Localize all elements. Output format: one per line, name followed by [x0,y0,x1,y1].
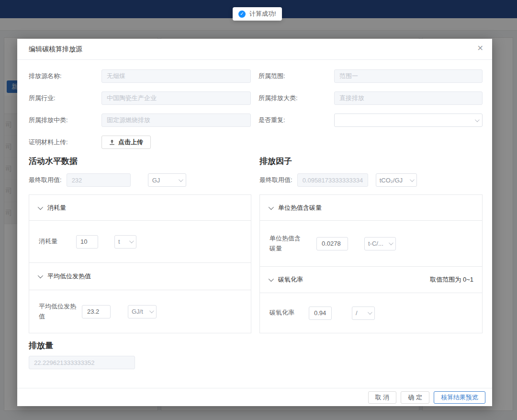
carbon-content-row-label: 单位热值含碳量 [270,234,304,254]
consumption-panel-content: 消耗量 t [29,221,251,263]
chevron-down-icon [149,308,154,313]
activity-final-label: 最终取用值: [29,176,62,184]
chevron-down-icon [129,238,134,243]
success-toast: ✓ 计算成功! [233,7,282,21]
activity-final-row: 最终取用值: GJ [29,173,251,187]
oxidation-rate-unit-select[interactable]: / [352,306,375,320]
consumption-unit-select[interactable]: t [114,235,136,249]
field-upload: 证明材料上传: 点击上传 [29,136,251,149]
heat-value-panel-title: 平均低位发热值 [47,272,91,281]
heat-value-input[interactable] [82,305,111,318]
carbon-content-unit-select[interactable]: t-C/... [364,237,396,250]
form-row: 所属排放中类: 是否重复: [29,114,483,127]
factor-final-unit-select[interactable]: tCO₂/GJ [376,173,417,187]
dialog-body: 排放源名称: 所属范围: 所属行业: 所属排放大类: 所属排放中类: [17,60,492,369]
industry-label: 所属行业: [29,94,101,102]
heat-value-row-label: 平均低位发热值 [39,302,76,322]
activity-section-title: 活动水平数据 [29,156,251,167]
emission-section-title: 排放量 [29,340,483,351]
heat-value-panel-header[interactable]: 平均低位发热值 [29,263,251,290]
close-icon[interactable]: ✕ [477,45,483,52]
oxidation-rate-range-note: 取值范围为 0~1 [430,275,473,284]
industry-input[interactable] [101,91,251,105]
activity-final-unit-select[interactable]: GJ [148,173,186,187]
carbon-content-panel-header[interactable]: 单位热值含碳量 [260,195,482,221]
upload-button-label: 点击上传 [118,138,143,147]
emission-value-input[interactable] [29,356,135,369]
activity-section: 活动水平数据 最终取用值: GJ 消耗量 消耗量 [29,156,251,333]
oxidation-rate-row-label: 碳氧化率 [270,308,304,318]
chevron-down-icon [410,177,415,182]
activity-final-unit-value: GJ [152,177,160,184]
chevron-down-icon [38,273,43,278]
chevron-down-icon [475,117,480,122]
dialog-title: 编辑碳核算排放源 [29,45,82,54]
toast-message: 计算成功! [249,10,276,18]
form-row: 证明材料上传: 点击上传 [29,136,483,149]
calc-sections: 活动水平数据 最终取用值: GJ 消耗量 消耗量 [29,156,483,333]
chevron-down-icon [38,204,43,209]
carbon-content-unit-value: t-C/... [368,240,383,247]
oxidation-rate-panel-content: 碳氧化率 / [260,293,482,333]
field-major-category: 所属排放大类: [258,91,483,105]
consumption-unit-value: t [118,238,120,245]
upload-label: 证明材料上传: [29,138,101,147]
oxidation-rate-panel-title: 碳氧化率 [278,275,303,284]
upload-field-area: 点击上传 [101,136,251,149]
heat-value-unit-value: GJ/t [132,308,143,315]
upload-icon [109,139,115,146]
consumption-panel-header[interactable]: 消耗量 [29,195,251,221]
confirm-button[interactable]: 确 定 [401,391,429,404]
heat-value-unit-select[interactable]: GJ/t [128,305,157,318]
mid-category-label: 所属排放中类: [29,116,101,125]
chevron-down-icon [368,310,372,315]
factor-final-value-input[interactable] [297,173,368,187]
field-is-duplicate: 是否重复: [258,114,483,127]
scope-label: 所属范围: [258,72,334,80]
field-source-name: 排放源名称: [29,69,251,83]
is-duplicate-select[interactable] [334,114,483,127]
scope-input[interactable] [334,69,483,83]
carbon-content-panel-title: 单位热值含碳量 [278,204,322,212]
mid-category-input[interactable] [101,114,251,127]
oxidation-rate-panel-header[interactable]: 碳氧化率 取值范围为 0~1 [260,267,482,293]
check-circle-icon: ✓ [238,11,246,18]
oxidation-rate-input[interactable] [309,306,332,320]
upload-button[interactable]: 点击上传 [101,136,151,149]
cancel-button[interactable]: 取 消 [368,391,397,404]
form-row: 所属行业: 所属排放大类: [29,91,483,105]
result-preview-button[interactable]: 核算结果预览 [434,391,485,404]
source-name-input[interactable] [101,69,251,83]
factor-section: 排放因子 最终取用值: tCO₂/GJ 单位热值含碳量 单位热值含碳 [259,156,483,333]
factor-final-unit-value: tCO₂/GJ [380,177,403,184]
factor-section-title: 排放因子 [259,156,483,167]
chevron-down-icon [179,177,183,182]
carbon-content-panel-content: 单位热值含碳量 t-C/... [260,221,482,267]
dialog-footer: 取 消 确 定 核算结果预览 [17,388,492,406]
consumption-panel-title: 消耗量 [47,204,66,212]
edit-emission-source-dialog: 编辑碳核算排放源 ✕ 排放源名称: 所属范围: 所属行业: 所属排放大类: [17,39,492,406]
oxidation-rate-unit-value: / [356,309,358,317]
heat-value-panel-content: 平均低位发热值 GJ/t [29,290,251,333]
activity-collapse-box: 消耗量 消耗量 t 平均低位发热值 [29,194,251,333]
major-category-input[interactable] [334,91,483,105]
chevron-down-icon [269,276,274,282]
activity-final-value-input[interactable] [67,173,131,187]
major-category-label: 所属排放大类: [258,94,334,102]
chevron-down-icon [389,240,393,245]
factor-final-row: 最终取用值: tCO₂/GJ [259,173,483,187]
field-scope: 所属范围: [258,69,483,83]
source-name-label: 排放源名称: [29,72,101,80]
consumption-row-label: 消耗量 [39,237,76,247]
field-mid-category: 所属排放中类: [29,114,251,127]
form-row: 排放源名称: 所属范围: [29,69,483,83]
field-industry: 所属行业: [29,91,251,105]
consumption-input[interactable] [76,235,98,249]
carbon-content-input[interactable] [316,237,348,250]
factor-collapse-box: 单位热值含碳量 单位热值含碳量 t-C/... 碳氧化率 取值范围为 0~1 [259,194,483,333]
is-duplicate-label: 是否重复: [258,116,334,125]
chevron-down-icon [269,204,274,209]
factor-final-label: 最终取用值: [259,176,292,184]
dialog-header: 编辑碳核算排放源 [17,39,492,60]
